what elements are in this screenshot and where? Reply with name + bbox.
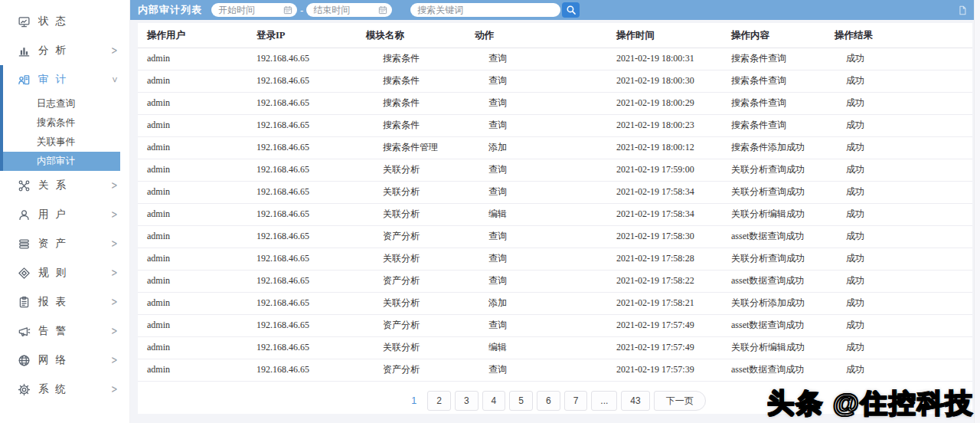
sidebar-item-network[interactable]: 网络> bbox=[0, 346, 120, 375]
table-row: admin192.168.46.65搜索条件查询2021-02-19 18:00… bbox=[138, 114, 972, 136]
table-cell: 2021-02-19 17:58:34 bbox=[607, 181, 722, 203]
table-cell: 关联分析 bbox=[357, 159, 466, 181]
table-cell: 关联分析 bbox=[357, 181, 466, 203]
col-header-time: 操作时间 bbox=[607, 25, 722, 48]
table-cell: 2021-02-19 17:58:22 bbox=[607, 270, 722, 292]
table-row: admin192.168.46.65搜索条件查询2021-02-19 18:00… bbox=[138, 92, 972, 114]
calendar-icon[interactable] bbox=[378, 5, 387, 15]
table-cell: 资产分析 bbox=[357, 225, 466, 248]
sidebar-item-alerts[interactable]: 告警> bbox=[0, 316, 120, 346]
page-button-43[interactable]: 43 bbox=[621, 391, 649, 411]
audit-table: 操作用户 登录IP 模块名称 动作 操作时间 操作内容 操作结果 admin19… bbox=[138, 25, 972, 382]
table-body: admin192.168.46.65搜索条件查询2021-02-19 18:00… bbox=[138, 48, 972, 381]
page-button-2[interactable]: 2 bbox=[427, 391, 451, 411]
table-cell: admin bbox=[138, 292, 247, 314]
table-cell: admin bbox=[138, 136, 247, 159]
table-cell: 2021-02-19 18:00:12 bbox=[607, 136, 722, 159]
table-cell: 成功 bbox=[825, 114, 972, 136]
table-cell: 2021-02-19 17:58:30 bbox=[607, 225, 722, 248]
table-cell: 成功 bbox=[825, 70, 972, 92]
user-icon bbox=[18, 208, 31, 221]
table-row: admin192.168.46.65资产分析查询2021-02-19 17:58… bbox=[138, 225, 972, 248]
table-cell: 添加 bbox=[466, 292, 607, 314]
table-cell: 查询 bbox=[466, 314, 607, 336]
table-cell: 192.168.46.65 bbox=[247, 181, 357, 203]
table-cell: 关联分析查询成功 bbox=[722, 181, 825, 203]
chevron-right-icon: > bbox=[112, 382, 117, 396]
sidebar-item-label: 关系 bbox=[38, 179, 112, 192]
page-button-6[interactable]: 6 bbox=[537, 391, 560, 411]
page-button-7[interactable]: 7 bbox=[564, 391, 588, 411]
table-cell: 2021-02-19 17:57:39 bbox=[607, 359, 722, 381]
search-button[interactable] bbox=[562, 2, 580, 18]
sidebar-item-rules[interactable]: 规则> bbox=[0, 258, 120, 287]
table-cell: 查询 bbox=[466, 48, 607, 70]
sidebar-item-label: 用户 bbox=[38, 208, 112, 221]
sidebar-item-assets[interactable]: 资产> bbox=[0, 229, 120, 258]
page-current[interactable]: 1 bbox=[404, 395, 423, 406]
col-header-module: 模块名称 bbox=[357, 25, 466, 48]
next-page-button[interactable]: 下一页 bbox=[654, 391, 706, 411]
page-button-4[interactable]: 4 bbox=[482, 391, 506, 411]
sidebar-nav: 状态分析>审计>日志查询搜索条件关联事件内部审计关系>用户>资产>规则>报表>告… bbox=[0, 7, 129, 404]
page-button-3[interactable]: 3 bbox=[455, 391, 479, 411]
sidebar-subitem-search-criteria[interactable]: 搜索条件 bbox=[0, 113, 120, 133]
table-cell: 成功 bbox=[825, 336, 972, 359]
table-cell: 搜索条件查询 bbox=[722, 92, 825, 114]
sidebar-item-label: 状态 bbox=[38, 15, 120, 28]
sidebar-group-audit: 审计>日志查询搜索条件关联事件内部审计 bbox=[0, 65, 129, 171]
alert-icon bbox=[18, 325, 31, 338]
sidebar: 状态分析>审计>日志查询搜索条件关联事件内部审计关系>用户>资产>规则>报表>告… bbox=[0, 0, 130, 423]
table-cell: 成功 bbox=[825, 48, 972, 70]
keyword-input[interactable] bbox=[410, 3, 560, 17]
table-cell: 192.168.46.65 bbox=[247, 136, 357, 159]
sidebar-item-users[interactable]: 用户> bbox=[0, 200, 120, 229]
table-cell: 成功 bbox=[825, 292, 972, 314]
sidebar-item-status[interactable]: 状态 bbox=[0, 7, 120, 36]
table-cell: admin bbox=[138, 159, 247, 181]
audit-icon bbox=[18, 74, 31, 87]
page-ellipsis[interactable]: ... bbox=[591, 391, 617, 411]
table-cell: 192.168.46.65 bbox=[247, 359, 357, 381]
table-cell: 关联分析 bbox=[357, 292, 466, 314]
chevron-down-icon: > bbox=[109, 77, 119, 82]
chevron-right-icon: > bbox=[112, 353, 117, 367]
page-button-5[interactable]: 5 bbox=[509, 391, 533, 411]
sidebar-item-label: 审计 bbox=[38, 73, 112, 87]
content-area: 操作用户 登录IP 模块名称 动作 操作时间 操作内容 操作结果 admin19… bbox=[130, 20, 980, 423]
table-cell: 成功 bbox=[825, 181, 972, 203]
table-cell: 成功 bbox=[825, 359, 972, 381]
calendar-icon[interactable] bbox=[283, 5, 292, 15]
sidebar-item-relations[interactable]: 关系> bbox=[0, 171, 120, 200]
export-icon[interactable] bbox=[957, 5, 968, 16]
table-cell: 关联分析 bbox=[357, 248, 466, 270]
chevron-right-icon: > bbox=[112, 237, 117, 251]
table-cell: 查询 bbox=[466, 92, 607, 114]
sidebar-item-reports[interactable]: 报表> bbox=[0, 287, 120, 316]
scrollbar[interactable] bbox=[974, 0, 980, 423]
table-cell: 192.168.46.65 bbox=[247, 248, 357, 270]
table-cell: admin bbox=[138, 114, 247, 136]
table-cell: admin bbox=[138, 92, 247, 114]
table-cell: 192.168.46.65 bbox=[247, 114, 357, 136]
sidebar-item-analysis[interactable]: 分析> bbox=[0, 36, 120, 65]
sidebar-item-audit[interactable]: 审计> bbox=[0, 65, 120, 94]
table-cell: admin bbox=[138, 70, 247, 92]
table-cell: admin bbox=[138, 270, 247, 292]
table-cell: 查询 bbox=[466, 248, 607, 270]
table-cell: 编辑 bbox=[466, 203, 607, 225]
table-row: admin192.168.46.65搜索条件查询2021-02-19 18:00… bbox=[138, 70, 972, 92]
table-cell: 成功 bbox=[825, 248, 972, 270]
sidebar-item-label: 规则 bbox=[38, 266, 112, 280]
table-cell: 2021-02-19 17:58:34 bbox=[607, 203, 722, 225]
table-cell: asset数据查询成功 bbox=[722, 314, 825, 336]
sidebar-item-system[interactable]: 系统> bbox=[0, 375, 120, 404]
sidebar-subitem-internal-audit[interactable]: 内部审计 bbox=[0, 152, 120, 171]
table-cell: 成功 bbox=[825, 225, 972, 248]
sidebar-subitem-log-query[interactable]: 日志查询 bbox=[0, 94, 120, 113]
table-cell: admin bbox=[138, 181, 247, 203]
table-cell: 查询 bbox=[466, 159, 607, 181]
sidebar-subitem-related-events[interactable]: 关联事件 bbox=[0, 133, 120, 152]
table-cell: 关联分析 bbox=[357, 203, 466, 225]
table-cell: asset数据查询成功 bbox=[722, 225, 825, 248]
